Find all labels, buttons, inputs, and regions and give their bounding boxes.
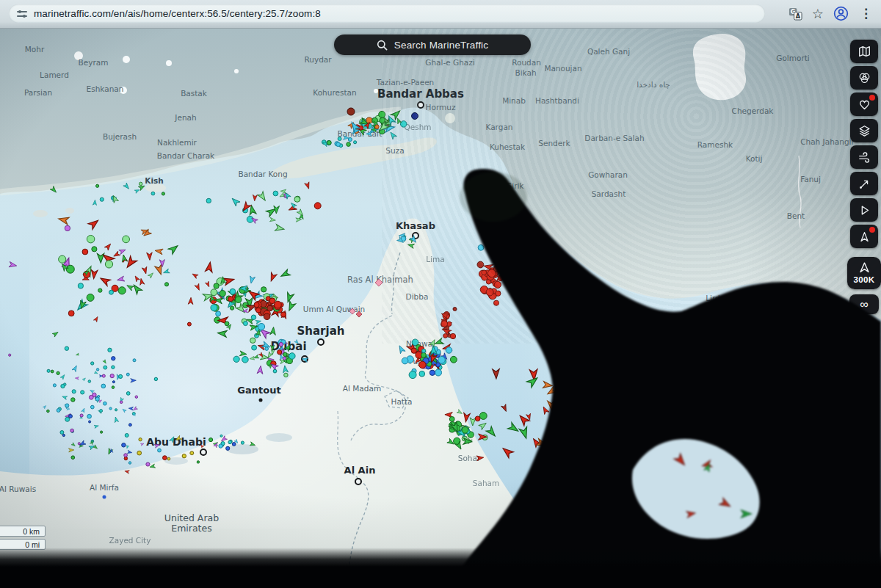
svg-text:Lamerd: Lamerd (40, 70, 69, 79)
svg-text:چاه دادخدا: چاه دادخدا (637, 80, 670, 89)
svg-text:Lima: Lima (426, 255, 444, 264)
vessel-arrow-icon (858, 261, 871, 274)
svg-text:Al Ain: Al Ain (344, 465, 376, 476)
svg-text:Zayed City: Zayed City (109, 536, 151, 545)
url-text: marinetraffic.com/en/ais/home/centerx:56… (34, 8, 321, 19)
svg-text:Bikah: Bikah (515, 68, 536, 77)
svg-text:Ruydar: Ruydar (304, 55, 332, 64)
svg-text:Roudan: Roudan (512, 58, 541, 67)
svg-text:Umm Al Quwain: Umm Al Quwain (303, 305, 365, 313)
svg-text:Darban-e Salah: Darban-e Salah (584, 134, 644, 142)
svg-text:Kohurestan: Kohurestan (313, 88, 356, 97)
map-toolbar: 300K ∞ (846, 40, 881, 314)
svg-text:Bujerash: Bujerash (103, 132, 137, 141)
map-canvas[interactable]: MohrBeyramLamerdParsianEshkananBastakJen… (0, 0, 881, 588)
site-settings-icon[interactable] (17, 10, 27, 18)
svg-text:Dibba: Dibba (406, 292, 429, 301)
svg-text:Saham: Saham (473, 479, 499, 487)
marinetraffic-map[interactable]: MohrBeyramLamerdParsianEshkananBastakJen… (0, 0, 881, 588)
notification-badge (869, 95, 875, 101)
sidebar-filters-button[interactable] (850, 66, 878, 90)
svg-text:Suza: Suza (385, 146, 404, 155)
svg-text:Nakhlemir: Nakhlemir (157, 138, 197, 147)
sidebar-layers-button[interactable] (850, 119, 878, 142)
svg-text:Eshkanan: Eshkanan (87, 84, 124, 93)
svg-text:United Arab: United Arab (164, 512, 219, 523)
svg-text:Minab: Minab (502, 96, 526, 105)
svg-text:Ghal-e Ghazi: Ghal-e Ghazi (425, 58, 474, 67)
svg-text:Gowharan: Gowharan (588, 170, 628, 179)
svg-text:Emirates: Emirates (171, 523, 211, 534)
svg-text:Khasab: Khasab (396, 220, 435, 231)
photographed-screen: MohrBeyramLamerdParsianEshkananBastakJen… (0, 0, 881, 588)
svg-text:Bandar Kong: Bandar Kong (238, 170, 287, 178)
profile-avatar-icon[interactable] (833, 6, 849, 21)
svg-text:Bandar Abbas: Bandar Abbas (377, 87, 464, 101)
search-placeholder: Search MarineTraffic (394, 40, 489, 51)
infinity-icon: ∞ (860, 298, 868, 311)
svg-text:Kotij: Kotij (746, 154, 763, 163)
scale-km-label: 0 km (23, 527, 40, 536)
svg-text:Sardasht: Sardasht (592, 189, 626, 198)
browser-toolbar: marinetraffic.com/en/ais/home/centerx:56… (0, 0, 881, 29)
browser-menu-icon[interactable]: ⋮ (858, 7, 874, 20)
svg-text:Bent: Bent (787, 211, 805, 220)
sidebar-map-style-button[interactable] (850, 40, 878, 63)
svg-text:Zarah: Zarah (764, 300, 786, 309)
translate-icon[interactable]: G A (788, 7, 802, 21)
svg-text:Mohr: Mohr (25, 45, 45, 54)
sidebar-measure-button[interactable] (850, 172, 878, 195)
svg-text:Golmorti: Golmorti (776, 54, 809, 62)
scale-mi[interactable]: 0 mi (0, 539, 46, 550)
bookmark-star-icon[interactable]: ☆ (812, 7, 824, 21)
svg-text:Hashtbandi: Hashtbandi (535, 96, 579, 105)
svg-text:A: A (796, 13, 801, 20)
screen-glow-2 (411, 176, 881, 514)
svg-text:Jenah: Jenah (174, 113, 196, 122)
scale-mi-label: 0 mi (25, 540, 40, 549)
svg-text:Kuhestak: Kuhestak (490, 142, 526, 151)
sidebar-weather-button[interactable] (850, 145, 878, 169)
notification-badge (869, 227, 875, 233)
vessel-counter[interactable]: 300K (847, 257, 881, 289)
svg-text:Hatta: Hatta (391, 397, 413, 406)
svg-text:Bandar Charak: Bandar Charak (157, 151, 215, 160)
scale-km[interactable]: 0 km (0, 526, 46, 537)
vessel-count: 300K (853, 275, 874, 284)
svg-text:Al Mirfa: Al Mirfa (90, 483, 119, 492)
svg-text:Al Ruwais: Al Ruwais (0, 484, 36, 493)
svg-text:Sohar: Sohar (458, 454, 481, 462)
svg-text:Kish: Kish (145, 176, 163, 185)
svg-text:Kargan: Kargan (485, 123, 512, 131)
sidebar-playback-button[interactable] (850, 198, 878, 222)
sidebar-voyage-planner-button[interactable] (850, 225, 878, 248)
svg-text:Al Madam: Al Madam (343, 384, 381, 393)
url-bar[interactable]: marinetraffic.com/en/ais/home/centerx:56… (9, 4, 765, 23)
svg-text:Gantout: Gantout (237, 385, 280, 396)
svg-text:Qaleh Ganj: Qaleh Ganj (587, 47, 630, 56)
svg-text:Rameshk: Rameshk (697, 140, 733, 149)
svg-text:Sharjah: Sharjah (297, 324, 345, 338)
svg-text:Sirik: Sirik (507, 181, 525, 190)
search-icon (377, 40, 388, 51)
hormuz-island (445, 113, 455, 123)
infinity-button[interactable]: ∞ (849, 294, 879, 314)
svg-text:Bastak: Bastak (181, 89, 208, 98)
sidebar-favorites-button[interactable] (850, 92, 878, 116)
svg-text:Lirdaf: Lirdaf (706, 294, 728, 302)
svg-text:Tazian-e-Paeen: Tazian-e-Paeen (376, 78, 435, 87)
svg-text:Abu Dhabi: Abu Dhabi (146, 436, 206, 448)
svg-text:Fanuj: Fanuj (800, 175, 821, 184)
svg-text:Hormuz: Hormuz (426, 103, 456, 112)
svg-text:Beyram: Beyram (79, 58, 109, 67)
svg-text:Senderk: Senderk (538, 139, 570, 148)
svg-text:Manoujan: Manoujan (544, 64, 581, 73)
svg-text:Chegerdak: Chegerdak (732, 106, 775, 115)
svg-text:Parsian: Parsian (24, 88, 52, 97)
svg-text:Qeshm: Qeshm (404, 123, 431, 131)
search-bar[interactable]: Search MarineTraffic (334, 35, 531, 55)
